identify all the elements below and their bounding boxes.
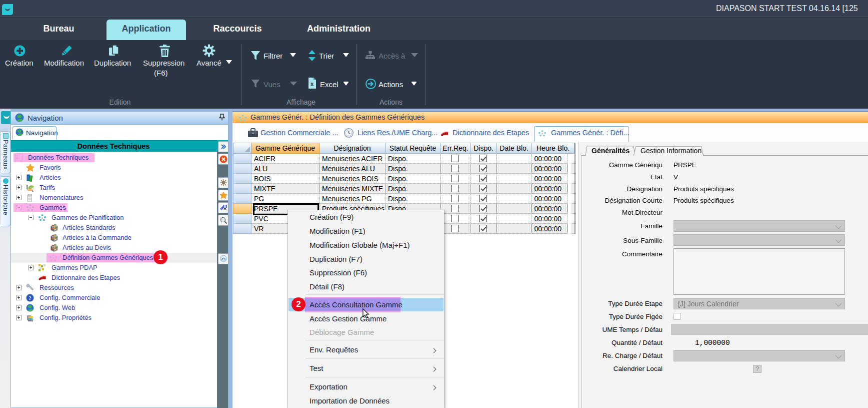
svg-text:Z1: Z1 bbox=[221, 257, 226, 261]
svg-text:?: ? bbox=[28, 295, 32, 301]
svg-text:x: x bbox=[310, 81, 314, 88]
